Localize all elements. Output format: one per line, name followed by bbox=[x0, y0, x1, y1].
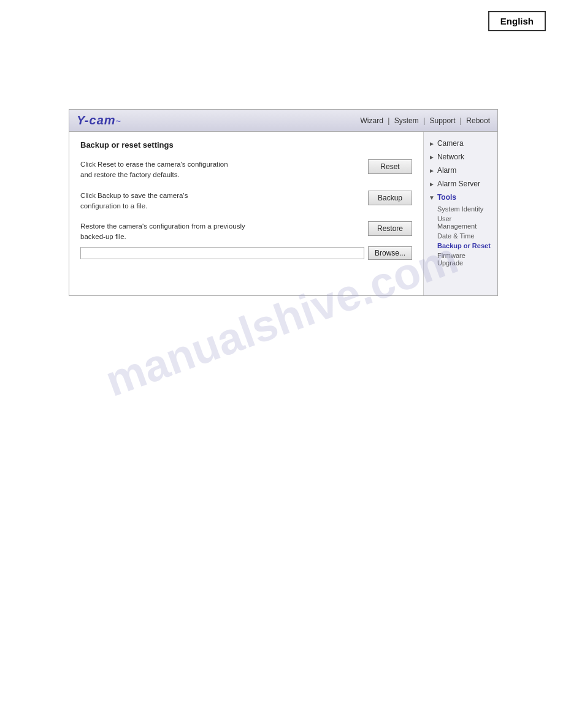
nav-wizard[interactable]: Wizard bbox=[360, 116, 383, 125]
restore-text: Restore the camera's configuration from … bbox=[80, 221, 368, 243]
content-area: Backup or reset settings Click Reset to … bbox=[69, 132, 424, 295]
reset-text-line2: and restore the factory defaults. bbox=[80, 171, 180, 178]
logo-tilde: ~ bbox=[116, 116, 121, 126]
alarm-arrow-icon: ► bbox=[429, 167, 435, 174]
restore-top: Restore the camera's configuration from … bbox=[80, 221, 412, 243]
nav-support[interactable]: Support bbox=[429, 116, 455, 125]
content-title: Backup or reset settings bbox=[80, 140, 412, 150]
reset-text: Click Reset to erase the camera's config… bbox=[80, 159, 368, 181]
backup-button[interactable]: Backup bbox=[368, 191, 412, 205]
sidebar-item-user-management[interactable]: User Management bbox=[432, 214, 497, 231]
sidebar-item-firmware-upgrade[interactable]: Firmware Upgrade bbox=[432, 251, 497, 268]
sidebar-item-alarm-server[interactable]: ► Alarm Server bbox=[424, 177, 497, 191]
alarm-server-arrow-icon: ► bbox=[429, 181, 435, 188]
nav-system[interactable]: System bbox=[394, 116, 419, 125]
sidebar-item-network[interactable]: ► Network bbox=[424, 150, 497, 164]
camera-arrow-icon: ► bbox=[429, 140, 435, 147]
logo-text: Y-cam bbox=[77, 113, 116, 127]
sidebar-label-tools: Tools bbox=[437, 193, 456, 202]
restore-button[interactable]: Restore bbox=[368, 221, 412, 236]
main-panel: Y-cam~ Wizard | System | Support | Reboo… bbox=[69, 109, 498, 296]
sidebar-label-alarm-server: Alarm Server bbox=[437, 180, 480, 188]
english-language-button[interactable]: English bbox=[488, 11, 546, 31]
nav-sep3: | bbox=[460, 116, 462, 125]
restore-text-line2: backed-up file. bbox=[80, 233, 126, 240]
sidebar-submenu-tools: System Identity User Management Date & T… bbox=[424, 204, 497, 268]
sidebar-item-tools[interactable]: ▼ Tools bbox=[424, 191, 497, 204]
nav-sep2: | bbox=[423, 116, 425, 125]
backup-row: Click Backup to save the camera's config… bbox=[80, 191, 412, 212]
reset-text-line1: Click Reset to erase the camera's config… bbox=[80, 161, 228, 168]
restore-bottom: Browse... bbox=[80, 246, 412, 260]
panel-body: Backup or reset settings Click Reset to … bbox=[69, 132, 497, 295]
nav-reboot[interactable]: Reboot bbox=[466, 116, 490, 125]
header-bar: Y-cam~ Wizard | System | Support | Reboo… bbox=[69, 110, 497, 132]
backup-text: Click Backup to save the camera's config… bbox=[80, 191, 368, 212]
header-nav: Wizard | System | Support | Reboot bbox=[360, 116, 490, 125]
sidebar-item-alarm[interactable]: ► Alarm bbox=[424, 164, 497, 177]
sidebar-item-camera[interactable]: ► Camera bbox=[424, 137, 497, 150]
reset-row: Click Reset to erase the camera's config… bbox=[80, 159, 412, 181]
tools-arrow-icon: ▼ bbox=[429, 194, 435, 201]
restore-row: Restore the camera's configuration from … bbox=[80, 221, 412, 260]
sidebar-label-camera: Camera bbox=[437, 139, 464, 148]
sidebar-item-system-identity[interactable]: System Identity bbox=[432, 204, 497, 214]
nav-sep1: | bbox=[388, 116, 389, 125]
reset-button[interactable]: Reset bbox=[368, 159, 412, 174]
backup-text-line1: Click Backup to save the camera's bbox=[80, 192, 188, 199]
sidebar: ► Camera ► Network ► Alarm ► Alarm Serve… bbox=[424, 132, 497, 295]
sidebar-item-backup-reset[interactable]: Backup or Reset bbox=[432, 241, 497, 251]
network-arrow-icon: ► bbox=[429, 154, 435, 161]
file-input[interactable] bbox=[80, 247, 364, 259]
sidebar-label-alarm: Alarm bbox=[437, 166, 456, 175]
sidebar-label-network: Network bbox=[437, 153, 464, 161]
sidebar-item-date-time[interactable]: Date & Time bbox=[432, 231, 497, 241]
browse-button[interactable]: Browse... bbox=[368, 246, 412, 260]
backup-text-line2: configuration to a file. bbox=[80, 202, 147, 210]
restore-text-line1: Restore the camera's configuration from … bbox=[80, 222, 245, 230]
ycam-logo: Y-cam~ bbox=[77, 113, 121, 127]
